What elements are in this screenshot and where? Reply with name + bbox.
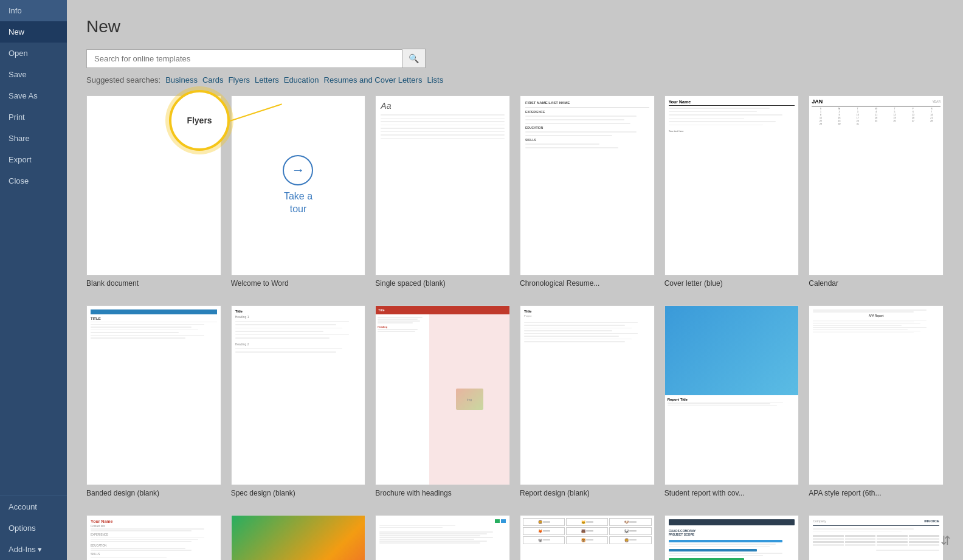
sidebar-item-share[interactable]: Share <box>0 128 67 149</box>
cal-grid: SMT WTFS 123 4567 8910 11121314 151617 1… <box>812 108 941 125</box>
scroll-hint: ⇵ <box>941 533 951 548</box>
sidebar-item-account[interactable]: Account <box>0 496 67 517</box>
template-thumb-student-report[interactable]: Report Title <box>664 305 799 485</box>
main-content: New 🔍 Suggested searches: Business Cards… <box>67 0 963 560</box>
template-label-cover-blue: Cover letter (blue) <box>664 279 723 289</box>
template-apa[interactable]: APA Report APA style report (6th... <box>809 305 944 498</box>
sidebar-item-new[interactable]: New <box>0 21 67 43</box>
template-label-calendar: Calendar <box>809 279 838 289</box>
template-thumb-banded[interactable]: TITLE <box>86 305 221 485</box>
template-thumb-calendar[interactable]: JAN YEAR SMT WTFS 123 4567 8910 11121314… <box>809 95 944 275</box>
template-label-student-report: Student report with cov... <box>664 489 745 499</box>
template-thumb-apa[interactable]: APA Report <box>809 305 944 485</box>
template-resume-color[interactable]: Your Name Contact info EXPERIENCE EDUCAT… <box>86 515 221 560</box>
sidebar-item-save-as[interactable]: Save As <box>0 85 67 106</box>
template-label-brochure: Brochure with headings <box>375 489 451 499</box>
ss-aa-label: Aa <box>381 101 505 111</box>
template-thumb-single-spaced[interactable]: Aa <box>375 95 510 275</box>
template-thumb-brochure[interactable]: Title Heading img <box>375 305 510 485</box>
sidebar-item-print[interactable]: Print <box>0 106 67 128</box>
template-thumb-chron-resume[interactable]: FIRST NAME LAST NAME EXPERIENCE EDUCATIO… <box>520 95 655 275</box>
template-return-labels[interactable]: 🦁 🐱 🐶 🦊 🐻 🐼 🐨 🐯 🦁 Return address labels.… <box>520 515 655 560</box>
template-label-spec: Spec design (blank) <box>231 489 295 499</box>
template-thumb-invoice[interactable]: Company INVOICE <box>809 515 944 560</box>
page-title: New <box>86 17 944 36</box>
template-thumb-event-flyer[interactable]: 🌸 DATEEVENTTITLE HERE <box>231 515 366 560</box>
sidebar-item-open[interactable]: Open <box>0 43 67 64</box>
template-brochure[interactable]: Title Heading img <box>375 305 510 498</box>
template-calendar[interactable]: JAN YEAR SMT WTFS 123 4567 8910 11121314… <box>809 95 944 288</box>
cal-year: YEAR <box>932 100 941 103</box>
sidebar-item-save[interactable]: Save <box>0 64 67 85</box>
template-invoice[interactable]: Company INVOICE Invoice (Timeless design… <box>809 515 944 560</box>
template-business-letter[interactable]: Business letter (Sales... <box>375 515 510 560</box>
template-tour[interactable]: → Take atour Welcome to Word <box>231 95 366 288</box>
template-label-banded: Banded design (blank) <box>86 489 159 499</box>
template-label-tour: Welcome to Word <box>231 279 289 289</box>
template-label-single-spaced: Single spaced (blank) <box>375 279 445 289</box>
template-blank[interactable]: Blank document <box>86 95 221 288</box>
template-thumb-return-labels[interactable]: 🦁 🐱 🐶 🦊 🐻 🐼 🐨 🐯 🦁 <box>520 515 655 560</box>
template-thumb-business-letter[interactable] <box>375 515 510 560</box>
sidebar-item-addins[interactable]: Add-Ins ▾ <box>0 539 67 560</box>
sidebar-item-close[interactable]: Close <box>0 170 67 192</box>
templates-grid: Blank document → Take atour Welcome to W… <box>86 95 944 560</box>
template-thumb-cover-blue[interactable]: Your Name Your text here <box>664 95 799 275</box>
template-spec[interactable]: Title Heading 1 Heading 2 Spec design (b… <box>231 305 366 498</box>
cal-month: JAN <box>812 99 823 105</box>
template-event-flyer[interactable]: 🌸 DATEEVENTTITLE HERE Seasonal event fly… <box>231 515 366 560</box>
tag-flyers[interactable]: Flyers <box>229 75 250 85</box>
sidebar-item-info[interactable]: Info <box>0 0 67 21</box>
tag-resumes[interactable]: Resumes and Cover Letters <box>324 75 423 85</box>
template-label-blank: Blank document <box>86 279 139 289</box>
tag-lists[interactable]: Lists <box>427 75 443 85</box>
template-chron-resume[interactable]: FIRST NAME LAST NAME EXPERIENCE EDUCATIO… <box>520 95 655 288</box>
tag-letters[interactable]: Letters <box>255 75 279 85</box>
sidebar: Info New Open Save Save As Print Share E… <box>0 0 67 560</box>
tag-business[interactable]: Business <box>165 75 198 85</box>
template-report-blank[interactable]: Title Project Report design (blank) <box>520 305 655 498</box>
sidebar-item-options[interactable]: Options <box>0 517 67 539</box>
search-container: 🔍 <box>86 49 944 68</box>
template-project-scope[interactable]: CHAOS COMPANYPROJECT SCOPE Project scope… <box>664 515 799 560</box>
template-thumb-blank[interactable] <box>86 95 221 275</box>
template-label-chron-resume: Chronological Resume... <box>520 279 599 289</box>
template-cover-blue[interactable]: Your Name Your text here Cover letter (b… <box>664 95 799 288</box>
template-label-apa: APA style report (6th... <box>809 489 881 499</box>
template-label-report-blank: Report design (blank) <box>520 489 590 499</box>
template-thumb-project-scope[interactable]: CHAOS COMPANYPROJECT SCOPE <box>664 515 799 560</box>
template-thumb-resume-color[interactable]: Your Name Contact info EXPERIENCE EDUCAT… <box>86 515 221 560</box>
tag-cards[interactable]: Cards <box>202 75 224 85</box>
sidebar-item-export[interactable]: Export <box>0 149 67 170</box>
tag-education[interactable]: Education <box>284 75 319 85</box>
tour-text: Take atour <box>284 190 312 216</box>
template-thumb-spec[interactable]: Title Heading 1 Heading 2 <box>231 305 366 485</box>
tour-arrow-icon: → <box>283 155 313 185</box>
template-single-spaced[interactable]: Aa Single spaced (blank) <box>375 95 510 288</box>
template-student-report[interactable]: Report Title Student report with cov... <box>664 305 799 498</box>
template-thumb-tour[interactable]: → Take atour <box>231 95 366 275</box>
search-input[interactable] <box>86 49 402 68</box>
template-banded[interactable]: TITLE Banded design (blank) <box>86 305 221 498</box>
suggested-searches: Suggested searches: Business Cards Flyer… <box>86 75 944 85</box>
template-thumb-report-blank[interactable]: Title Project <box>520 305 655 485</box>
search-button[interactable]: 🔍 <box>402 49 426 68</box>
suggested-label: Suggested searches: <box>86 75 160 85</box>
